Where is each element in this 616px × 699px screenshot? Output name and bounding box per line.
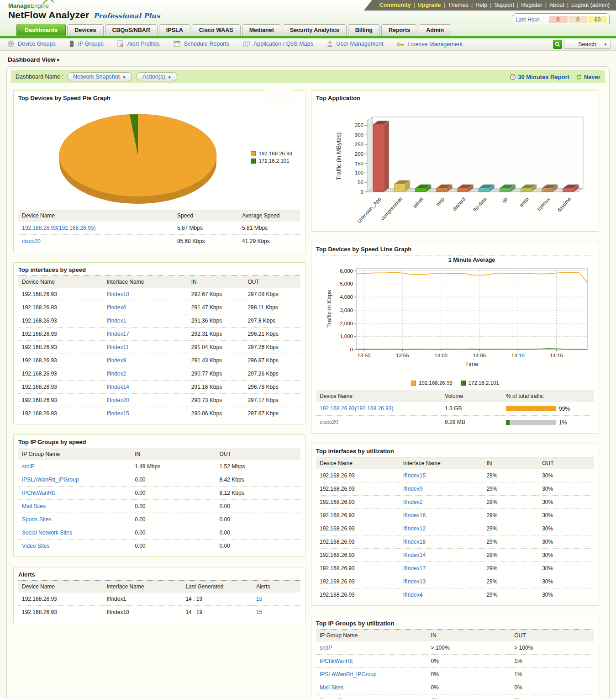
table-link[interactable]: IfIndex9 <box>403 486 423 492</box>
subnav-item-device-groups[interactable]: Device Groups <box>7 40 56 47</box>
refresh-interval-link[interactable]: Never <box>584 74 600 80</box>
legend-swatch-icon <box>411 381 416 386</box>
table-cell: 192.168.26.93 <box>18 381 103 394</box>
tab-medianet[interactable]: Medianet <box>242 24 281 36</box>
table-link[interactable]: IfIndex15 <box>403 472 426 479</box>
table-row: Sports Sites0.000.00 <box>18 513 300 526</box>
actions-button[interactable]: Action(s)▼ <box>137 72 177 81</box>
table-link[interactable]: IfIndex9 <box>106 357 126 364</box>
table-link[interactable]: IPSLAWanRtt_IPGroup <box>22 477 79 483</box>
table-link[interactable]: IfIndex2 <box>106 371 126 377</box>
tab-cbqos-nbar[interactable]: CBQoS/NBAR <box>105 24 158 36</box>
table-link[interactable]: IfIndex12 <box>403 525 426 532</box>
tab-devices[interactable]: Devices <box>67 24 103 36</box>
devices-speed-line-chart: 1 Minute Average01,0002,0003,0004,0005,0… <box>316 255 594 378</box>
table-link[interactable]: IfIndex2 <box>403 499 423 505</box>
search-area: Search ▼ <box>553 40 611 49</box>
panel-title: Top IP Groups by speed <box>18 439 300 448</box>
table-link[interactable]: Sports Sites <box>22 516 52 523</box>
table-link[interactable]: IPChkWanRtt <box>22 490 55 496</box>
tab-ipsla[interactable]: IPSLA <box>159 24 190 36</box>
table-link[interactable]: IfIndex18 <box>403 539 426 545</box>
table-link[interactable]: IfIndex13 <box>403 578 426 585</box>
header: ManageEngine NetFlow Analyzer Profession… <box>0 0 616 24</box>
subnav-item-alert-profiles[interactable]: Alert Profiles <box>117 40 160 47</box>
table-cell: 29% <box>483 495 538 508</box>
table-row: 192.168.26.93IfIndex229%30% <box>316 495 594 508</box>
panel-top-interfaces-utilization: Top interfaces by utilization Device Nam… <box>311 444 599 606</box>
table-link[interactable]: IfIndex6 <box>106 304 126 311</box>
table-link[interactable]: IfIndex4 <box>403 592 423 598</box>
alert-count[interactable]: 0 <box>549 16 568 23</box>
table-link[interactable]: srcIP <box>22 463 34 470</box>
table-cell: 290.73 Kbps <box>188 394 244 407</box>
table-link[interactable]: Video Sites <box>22 543 50 549</box>
table-cell: 8.12 Kbps <box>216 487 300 500</box>
dashboard-view-heading[interactable]: Dashboard View▾ <box>8 56 616 63</box>
table-row: 192.168.26.93IfIndex15290.06 Kbps297.67 … <box>18 407 300 420</box>
table-link[interactable]: 15 <box>256 609 262 615</box>
table-link[interactable]: IfIndex14 <box>403 552 426 558</box>
table-link[interactable]: cisco20 <box>320 419 338 425</box>
svg-text:daytime: daytime <box>556 196 572 213</box>
top-link-themes[interactable]: Themes <box>448 2 469 8</box>
table-link[interactable]: IfIndex14 <box>106 384 129 390</box>
table-row: 192.168.26.93IfIndex429%30% <box>316 588 594 601</box>
table-link[interactable]: IfIndex18 <box>106 291 129 297</box>
alert-summary-label-last-hour[interactable]: Last Hour <box>516 16 548 23</box>
table-link[interactable]: IfIndex20 <box>106 397 129 403</box>
table-row: IPChkWanRtt0.008.12 Kbps <box>18 487 300 500</box>
svg-text:5,000: 5,000 <box>340 281 353 286</box>
search-button[interactable] <box>553 40 562 49</box>
top-link-support[interactable]: Support <box>494 2 514 8</box>
alert-count[interactable]: 0 <box>569 16 587 23</box>
tab-security-analytics[interactable]: Security Analytics <box>283 24 347 36</box>
table-row: 192.168.26.93IfIndex114 : 1915 <box>18 593 300 606</box>
minutes-report-link[interactable]: 30 Minutes Report <box>518 74 569 80</box>
tab-reports[interactable]: Reports <box>381 24 417 36</box>
table-link[interactable]: IfIndex11 <box>106 344 128 350</box>
subnav-item-user-management[interactable]: User Management <box>327 41 384 47</box>
panel-devices-speed-line: Top Devices by Speed Line Graph 1 Minute… <box>311 242 599 434</box>
table-link[interactable]: 15 <box>256 596 262 602</box>
top-link-logout-admin[interactable]: Logout (admin) <box>571 2 610 8</box>
subnav-item-application-qos-maps[interactable]: Application / QoS Maps <box>243 41 313 47</box>
top-link-about[interactable]: About <box>549 2 564 8</box>
tab-cisco-waas[interactable]: Cisco WAAS <box>192 24 241 36</box>
dashboard-name-select[interactable]: Network Snapshot▼ <box>67 72 132 81</box>
table-link[interactable]: IfIndex16 <box>403 512 426 519</box>
table-link[interactable]: Mail Sites <box>320 684 343 691</box>
subnav-item-license-management[interactable]: License Management <box>397 41 463 48</box>
table-cell: 192.168.26.93 <box>18 394 103 407</box>
table-link[interactable]: Mail Sites <box>22 503 46 509</box>
subnav-item-ip-groups[interactable]: IP Groups <box>69 40 104 47</box>
table-link[interactable]: IfIndex17 <box>403 565 426 572</box>
top-link-register[interactable]: Register <box>521 2 542 8</box>
table-link[interactable]: IfIndex17 <box>106 331 129 337</box>
table-link[interactable]: srcIP <box>320 645 332 651</box>
table-link[interactable]: Social Network Sites <box>22 530 72 536</box>
tab-dashboards[interactable]: Dashboards <box>16 24 66 36</box>
pie-legend: 192.168.26.93172.18.2.101 <box>251 149 292 165</box>
table-cell: 14 : 19 <box>182 606 253 619</box>
table-link[interactable]: Sports Sites <box>320 698 349 699</box>
top-link-community[interactable]: Community <box>379 2 411 8</box>
table-link[interactable]: cisco20 <box>22 238 41 244</box>
table-link[interactable]: IPSLAWanRtt_IPGroup <box>320 671 377 678</box>
table-cell: 291.16 Kbps <box>188 381 244 394</box>
table-link[interactable]: 192.168.26.93(192.168.26.93) <box>320 405 393 412</box>
table-row: 192.168.26.93IfIndex6291.47 Kbps298.11 K… <box>18 301 300 314</box>
tab-billing[interactable]: Billing <box>348 24 380 36</box>
table-cell: 192.168.26.93 <box>316 575 400 588</box>
subnav-item-schedule-reports[interactable]: Schedule Reports <box>174 40 229 47</box>
top-link-upgrade[interactable]: Upgrade <box>418 2 441 8</box>
table-link[interactable]: IPChkWanRtt <box>320 658 353 664</box>
top-link-help[interactable]: Help <box>475 2 487 8</box>
search-input[interactable]: Search ▼ <box>564 40 611 49</box>
alert-count[interactable]: 60 <box>588 16 607 23</box>
table-link[interactable]: IfIndex1 <box>106 318 126 324</box>
table-link[interactable]: IfIndex15 <box>106 410 129 417</box>
table-link[interactable]: 192.168.26.93(192.168.26.93) <box>22 225 95 231</box>
tab-admin[interactable]: Admin <box>419 24 451 36</box>
table-cell: 0.00 <box>131 526 216 540</box>
